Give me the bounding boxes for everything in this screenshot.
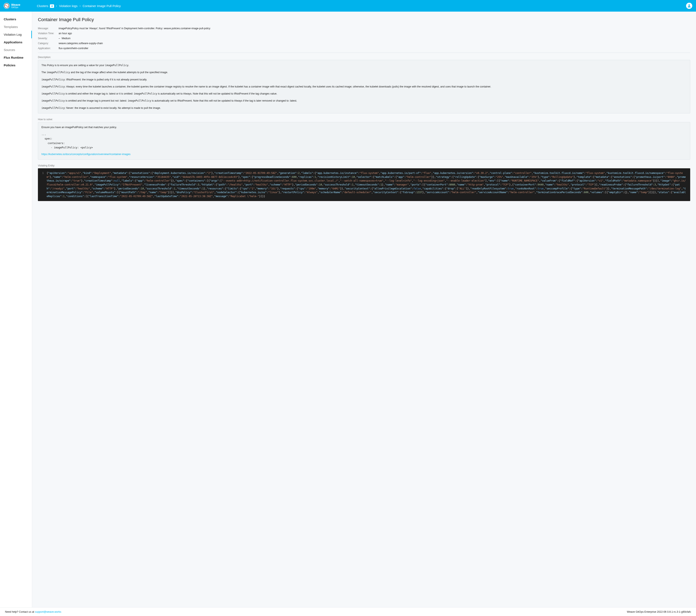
sidebar-item-policies[interactable]: Policies [0, 61, 32, 69]
user-avatar[interactable] [686, 3, 692, 9]
sidebar-item-flux-runtime[interactable]: Flux Runtime [0, 54, 32, 61]
sidebar-item-templates[interactable]: Templates [0, 23, 32, 31]
crumb-clusters[interactable]: Clusters 4 [37, 4, 54, 8]
meta-application: Application: flux-system/helm-controller [38, 47, 690, 50]
line-number: 1 [40, 171, 44, 198]
chevron-right-icon: › [56, 4, 57, 7]
violating-entity-code: 1 {"apiVersion":"apps/v1","kind":"Deploy… [38, 168, 690, 201]
how-to-solve-panel: Ensure you have an imagePullPolicy set t… [38, 122, 690, 160]
description-panel: This Policy is to ensure you are setting… [38, 60, 690, 113]
sidebar-item-clusters[interactable]: Clusters [0, 15, 32, 23]
how-to-solve-label: How to solve: [38, 118, 690, 121]
description-label: Description: [38, 56, 690, 59]
meta-category: Category: weave.categories.software-supp… [38, 42, 690, 45]
sidebar: ClustersTemplatesViolation LogApplicatio… [0, 12, 32, 607]
sidebar-item-applications[interactable]: Applications [0, 38, 32, 46]
crumb-current: Container Image Pull Policy [83, 4, 121, 8]
svg-point-1 [689, 4, 690, 6]
support-email-link[interactable]: support@weave.works [35, 611, 61, 613]
version-text: Weave GitOps Enterprise 2022-06 0.8.1-rc… [627, 611, 691, 613]
crumb-violation-logs[interactable]: Violation logs [59, 4, 78, 8]
sidebar-item-violation-log[interactable]: Violation Log [0, 31, 32, 38]
json-content: {"apiVersion":"apps/v1","kind":"Deployme… [47, 171, 687, 198]
violating-entity-label: Violating Entity: [38, 164, 690, 167]
logo[interactable]: Weave GitOps [4, 3, 20, 9]
page-title: Container Image Pull Policy [38, 17, 690, 22]
main-content: Container Image Pull Policy Message: ima… [32, 12, 696, 607]
topbar: Weave GitOps Clusters 4 › Violation logs… [0, 0, 696, 12]
meta-severity: Severity: – Medium [38, 37, 690, 40]
clusters-count-badge: 4 [50, 4, 54, 8]
docs-link[interactable]: https://kubernetes.io/docs/concepts/conf… [42, 153, 130, 156]
sidebar-item-sources[interactable]: Sources [0, 46, 32, 54]
footer: Need help? Contact us at support@weave.w… [0, 607, 696, 616]
yaml-snippet: ... spec: containers: - imagePullPolicy:… [42, 132, 687, 150]
meta-message: Message: imagePolicyPolicy must be 'Alwa… [38, 27, 690, 30]
help-text: Need help? Contact us at [5, 611, 34, 613]
severity-icon: – [59, 37, 60, 40]
brand-name: Weave [11, 3, 20, 6]
chevron-right-icon: › [80, 4, 81, 7]
brand-sub: GitOps [11, 6, 20, 9]
logo-mark-icon [4, 3, 10, 9]
breadcrumb: Clusters 4 › Violation logs › Container … [37, 4, 121, 8]
meta-violation-time: Violation Time: an hour ago [38, 32, 690, 35]
